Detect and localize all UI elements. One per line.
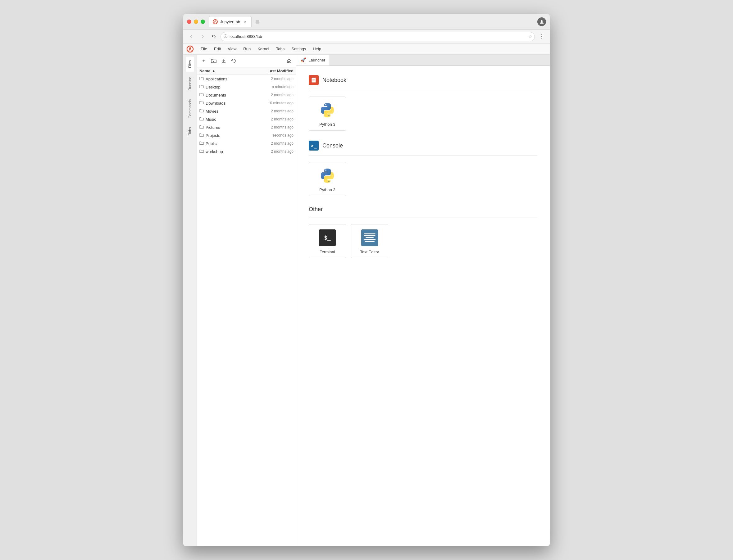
list-item[interactable]: Music 2 months ago [197, 115, 296, 123]
browser-tab[interactable]: JupyterLab × [209, 16, 251, 27]
menu-edit[interactable]: Edit [211, 45, 224, 52]
sidebar-tab-tabs[interactable]: Tabs [186, 123, 194, 138]
file-name: Projects [206, 133, 220, 138]
file-name: Documents [206, 93, 226, 97]
tab-title: JupyterLab [220, 20, 240, 24]
back-button[interactable] [187, 32, 196, 41]
sidebar-tab-commands[interactable]: Commands [186, 96, 194, 122]
menu-file[interactable]: File [197, 45, 210, 52]
file-col-modified: Last Modified [267, 69, 293, 73]
reload-button[interactable] [209, 32, 218, 41]
terminal-icon: $_ [319, 229, 336, 246]
list-item[interactable]: Documents 2 months ago [197, 91, 296, 99]
menu-view[interactable]: View [224, 45, 239, 52]
tab-close-button[interactable]: × [242, 19, 247, 24]
folder-icon [199, 93, 204, 97]
card-label: Text Editor [360, 250, 379, 254]
url-input[interactable] [220, 32, 535, 41]
launcher-tab-label: Launcher [308, 58, 325, 62]
sidebar-tab-running[interactable]: Running [186, 73, 194, 94]
file-name: workshop [206, 149, 223, 154]
main-layout: Files Running Commands Tabs + [183, 55, 550, 546]
launcher-area: 🚀 Launcher Notebook [296, 55, 550, 546]
list-item[interactable]: Public 2 months ago [197, 139, 296, 147]
close-button[interactable] [187, 20, 191, 24]
jupyter-logo [186, 45, 194, 53]
file-name: Movies [206, 109, 218, 114]
file-modified: a minute ago [272, 85, 293, 89]
section-icon-notebook [309, 75, 319, 85]
home-button[interactable] [285, 56, 293, 65]
file-col-name[interactable]: Name ▲ [199, 69, 267, 73]
list-item[interactable]: Desktop a minute ago [197, 83, 296, 91]
file-row-name: Movies [199, 109, 271, 114]
section-header-notebook: Notebook [309, 75, 537, 85]
card-text-editor[interactable]: Text Editor [351, 224, 388, 258]
folder-icon [199, 84, 204, 89]
file-row-name: Applications [199, 76, 271, 81]
file-name: Public [206, 141, 216, 146]
section-title-other: Other [309, 206, 323, 213]
file-row-name: workshop [199, 149, 271, 154]
minimize-button[interactable] [194, 20, 198, 24]
file-name: Music [206, 117, 216, 122]
section-divider-notebook [309, 90, 537, 90]
tab-favicon [213, 19, 218, 24]
maximize-button[interactable] [201, 20, 205, 24]
section-title-console: Console [322, 142, 343, 149]
upload-button[interactable] [219, 56, 228, 65]
list-item[interactable]: Downloads 10 minutes ago [197, 99, 296, 107]
section-console: >_ Console Python 3 [309, 141, 537, 196]
bookmark-icon[interactable]: ☆ [528, 34, 532, 39]
launcher-tab[interactable]: 🚀 Launcher [296, 55, 330, 65]
new-folder-button[interactable] [209, 56, 218, 65]
console-section-icon: >_ [309, 141, 319, 151]
card-python-3[interactable]: Python 3 [309, 162, 346, 196]
svg-point-16 [328, 181, 329, 182]
new-file-button[interactable]: + [199, 56, 208, 65]
card-python-3[interactable]: Python 3 [309, 97, 346, 131]
new-tab-button[interactable] [253, 17, 262, 26]
file-name: Applications [206, 77, 227, 81]
menu-tabs[interactable]: Tabs [273, 45, 287, 52]
file-modified: 10 minutes ago [268, 101, 293, 105]
menu-bar: File Edit View Run Kernel Tabs Settings … [183, 43, 550, 55]
file-toolbar: + [197, 55, 296, 67]
browser-window: JupyterLab × ⓘ [183, 14, 550, 546]
forward-button[interactable] [198, 32, 207, 41]
menu-run[interactable]: Run [240, 45, 254, 52]
file-name: Pictures [206, 125, 220, 130]
profile-icon[interactable] [537, 17, 546, 26]
section-divider-other [309, 218, 537, 218]
file-name: Desktop [206, 85, 220, 89]
python-icon [318, 101, 337, 120]
folder-icon [199, 133, 204, 138]
browser-menu-button[interactable]: ⋮ [537, 32, 546, 41]
section-header-other: Other [309, 206, 537, 213]
folder-icon [199, 125, 204, 130]
file-modified: 2 months ago [271, 125, 293, 129]
card-terminal[interactable]: $_ Terminal [309, 224, 346, 258]
menu-help[interactable]: Help [310, 45, 324, 52]
cards-row-other: $_ Terminal Text Editor [309, 224, 537, 258]
file-modified: seconds ago [272, 133, 293, 138]
refresh-button[interactable] [229, 56, 238, 65]
file-row-name: Projects [199, 133, 272, 138]
list-item[interactable]: workshop 2 months ago [197, 147, 296, 156]
sort-indicator: ▲ [211, 69, 215, 73]
list-item[interactable]: Projects seconds ago [197, 131, 296, 139]
file-modified: 2 months ago [271, 93, 293, 97]
notebook-section-icon [309, 75, 319, 85]
list-item[interactable]: Applications 2 months ago [197, 75, 296, 83]
folder-icon [199, 149, 204, 154]
file-modified: 2 months ago [271, 117, 293, 121]
card-label: Python 3 [319, 187, 335, 192]
menu-settings[interactable]: Settings [288, 45, 309, 52]
menu-kernel[interactable]: Kernel [254, 45, 272, 52]
list-item[interactable]: Pictures 2 months ago [197, 123, 296, 131]
folder-icon [199, 109, 204, 114]
folder-icon [199, 76, 204, 81]
list-item[interactable]: Movies 2 months ago [197, 107, 296, 115]
file-modified: 2 months ago [271, 109, 293, 113]
sidebar-tab-files[interactable]: Files [186, 56, 194, 72]
